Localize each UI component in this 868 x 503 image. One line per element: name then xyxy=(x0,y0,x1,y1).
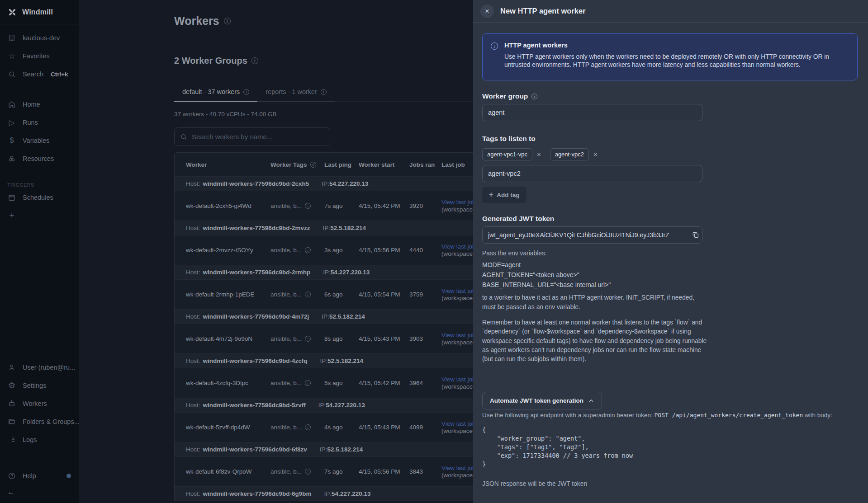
search-shortcut: Ctrl+k xyxy=(51,71,68,78)
drawer-title: New HTTP agent worker xyxy=(500,7,586,15)
worker-name: wk-default-4m72j-9o9oN xyxy=(186,335,270,342)
resources-label: Resources xyxy=(23,155,54,162)
worker-name: wk-default-2mvzz-tSOYy xyxy=(186,247,270,254)
worker-name: wk-default-6f8zv-QrpoW xyxy=(186,468,270,475)
collapse-sidebar-button[interactable]: ← xyxy=(0,485,79,503)
remove-tag-icon[interactable]: × xyxy=(537,150,541,158)
view-last-job-link[interactable]: View last job xyxy=(441,465,476,471)
settings-label: Settings xyxy=(23,382,46,389)
remove-tag-icon[interactable]: × xyxy=(593,150,598,158)
worker-start: 4/15, 05:42 PM xyxy=(359,380,409,386)
plus-icon: + xyxy=(7,211,16,220)
worker-group-label-row: Worker group i xyxy=(482,92,858,100)
info-icon[interactable]: i xyxy=(305,380,311,386)
info-icon[interactable]: i xyxy=(305,469,311,475)
info-icon[interactable]: i xyxy=(305,424,311,430)
last-ping: 6s ago xyxy=(324,291,359,298)
worker-group-input[interactable] xyxy=(482,104,702,121)
sidebar-item-workers[interactable]: Workers xyxy=(0,395,79,413)
add-tag-button[interactable]: + Add tag xyxy=(482,187,526,203)
sidebar-item-logs[interactable]: Logs xyxy=(0,431,79,449)
worker-start: 4/15, 05:56 PM xyxy=(359,468,409,475)
info-icon[interactable]: i xyxy=(310,162,316,168)
worker-tags: ansible, b...i xyxy=(270,291,324,298)
view-last-job-link[interactable]: View last job xyxy=(441,199,476,206)
search-input[interactable] xyxy=(192,133,324,141)
jwt-token-input[interactable] xyxy=(482,226,702,244)
help-label: Help xyxy=(23,472,36,479)
folder-open-icon xyxy=(7,417,16,426)
sidebar-item-user[interactable]: User (ruben@ru... xyxy=(0,358,79,376)
info-icon[interactable]: i xyxy=(251,57,258,64)
last-ping: 5s ago xyxy=(324,380,359,386)
tag-chip[interactable]: agent-vpc1-vpc xyxy=(482,148,532,160)
brand-title: Windmill xyxy=(22,8,53,16)
sidebar-item-variables[interactable]: $ Variables xyxy=(0,132,79,150)
col-worker: Worker xyxy=(186,161,270,168)
jobs-ran: 3920 xyxy=(409,202,441,209)
brand-row[interactable]: Windmill xyxy=(0,0,79,24)
sidebar-item-search[interactable]: Search Ctrl+k xyxy=(0,65,79,83)
logs-icon xyxy=(7,435,16,444)
info-icon[interactable]: i xyxy=(305,291,311,297)
search-label: Search xyxy=(23,71,43,78)
info-icon[interactable]: i xyxy=(321,89,327,95)
sidebar-item-favorites[interactable]: ☆ Favorites xyxy=(0,47,79,65)
tags-label: Tags to listen to xyxy=(482,135,858,143)
api-endpoint: /api/agent_workers/create_agent_token xyxy=(672,412,803,418)
copy-icon[interactable] xyxy=(692,231,699,239)
schedules-label: Schedules xyxy=(23,194,53,201)
new-http-agent-worker-drawer: × New HTTP agent worker i HTTP agent wor… xyxy=(473,0,868,503)
sidebar-item-runs[interactable]: ▷ Runs xyxy=(0,113,79,132)
sidebar-item-workspace[interactable]: kautious-dev xyxy=(0,29,79,47)
last-ping: 4s ago xyxy=(324,424,359,431)
info-banner-title: HTTP agent workers xyxy=(504,42,851,49)
help-icon xyxy=(7,471,16,480)
sidebar-item-schedules[interactable]: Schedules xyxy=(0,188,79,207)
calendar-icon xyxy=(7,193,16,202)
worker-tags: ansible, b...i xyxy=(270,247,324,254)
automate-jwt-toggle[interactable]: Automate JWT token generation xyxy=(482,392,602,409)
col-worker-tags: Worker Tagsi xyxy=(270,161,324,168)
variables-label: Variables xyxy=(23,137,49,144)
view-last-job-link[interactable]: View last job xyxy=(441,376,476,383)
help-notification-dot xyxy=(66,474,71,478)
page-title: Workers xyxy=(174,14,219,28)
sidebar-item-resources[interactable]: Resources xyxy=(0,150,79,168)
jobs-ran: 3843 xyxy=(409,468,441,475)
sidebar-item-folders-groups[interactable]: Folders & Groups... xyxy=(0,413,79,431)
sidebar-item-settings[interactable]: ⚙ Settings xyxy=(0,376,79,395)
tab-default-group[interactable]: default - 37 workers i xyxy=(174,84,257,102)
view-last-job-link[interactable]: View last job xyxy=(441,420,476,427)
close-drawer-button[interactable]: × xyxy=(480,5,494,18)
sidebar-item-help[interactable]: Help xyxy=(0,467,79,485)
view-last-job-link[interactable]: View last job xyxy=(441,287,476,294)
info-icon[interactable]: i xyxy=(243,89,249,95)
info-icon[interactable]: i xyxy=(224,18,231,24)
home-label: Home xyxy=(23,101,40,108)
view-last-job-link[interactable]: View last job xyxy=(441,332,476,338)
info-icon[interactable]: i xyxy=(305,336,311,342)
worker-tags: ansible, b...i xyxy=(270,202,324,209)
info-icon[interactable]: i xyxy=(531,94,537,99)
worker-start: 4/15, 05:56 PM xyxy=(359,247,409,254)
arrow-left-icon: ← xyxy=(7,488,15,496)
tag-chip[interactable]: agent-vpc2 xyxy=(550,148,589,160)
last-ping: 8s ago xyxy=(324,335,359,342)
new-tag-input[interactable] xyxy=(482,165,702,182)
sidebar: Windmill kautious-dev ☆ Favorites Search… xyxy=(0,0,79,503)
info-icon[interactable]: i xyxy=(305,247,311,253)
view-last-job-link[interactable]: View last job xyxy=(441,243,476,250)
env-variables: MODE=agent AGENT_TOKEN="<token above>" B… xyxy=(482,260,858,290)
normal-worker-reminder: Remember to have at least one normal wor… xyxy=(482,318,708,364)
drawer-header: × New HTTP agent worker xyxy=(473,0,868,23)
workspace-label: kautious-dev xyxy=(23,34,60,42)
worker-search[interactable] xyxy=(174,127,330,146)
add-trigger-button[interactable]: + xyxy=(0,207,79,225)
sidebar-item-home[interactable]: Home xyxy=(0,95,79,113)
jwt-label: Generated JWT token xyxy=(482,215,858,223)
info-icon[interactable]: i xyxy=(305,203,311,209)
dollar-icon: $ xyxy=(7,136,16,145)
tab-reports-group[interactable]: reports - 1 worker i xyxy=(257,84,335,102)
api-instruction: Use the following api endpoint with a su… xyxy=(482,411,858,420)
